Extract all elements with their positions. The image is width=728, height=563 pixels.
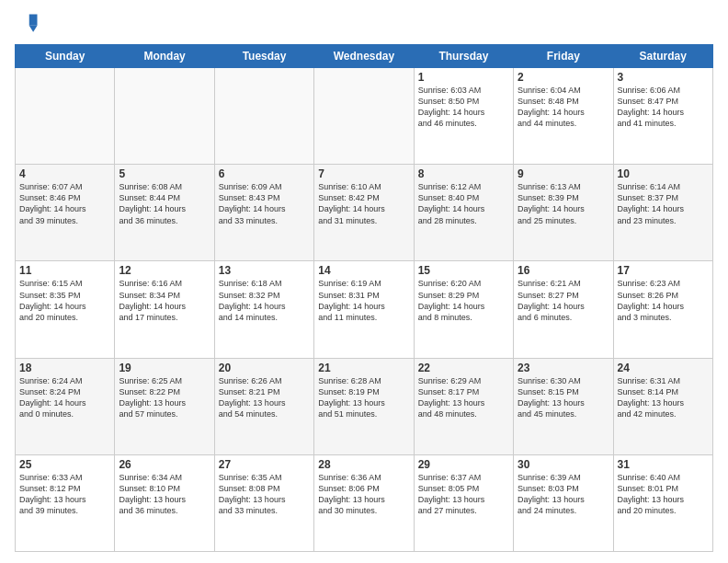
day-number: 6: [219, 167, 310, 180]
calendar-cell: 28Sunrise: 6:36 AM Sunset: 8:06 PM Dayli…: [314, 454, 414, 551]
day-number: 10: [618, 167, 709, 180]
day-info: Sunrise: 6:08 AM Sunset: 8:44 PM Dayligh…: [119, 181, 210, 226]
day-number: 29: [418, 458, 509, 471]
calendar-cell: 30Sunrise: 6:39 AM Sunset: 8:03 PM Dayli…: [514, 454, 613, 551]
day-number: 14: [318, 264, 409, 277]
day-number: 7: [318, 167, 409, 180]
day-number: 4: [19, 167, 110, 180]
day-number: 30: [518, 458, 609, 471]
calendar-cell: 11Sunrise: 6:15 AM Sunset: 8:35 PM Dayli…: [16, 261, 115, 358]
day-number: 24: [618, 362, 709, 374]
day-number: 13: [219, 264, 310, 277]
day-info: Sunrise: 6:35 AM Sunset: 8:08 PM Dayligh…: [219, 472, 310, 517]
calendar-cell: 19Sunrise: 6:25 AM Sunset: 8:22 PM Dayli…: [115, 358, 214, 454]
day-info: Sunrise: 6:36 AM Sunset: 8:06 PM Dayligh…: [318, 472, 409, 517]
day-info: Sunrise: 6:37 AM Sunset: 8:05 PM Dayligh…: [418, 472, 509, 517]
svg-marker-1: [29, 26, 38, 32]
day-number: 11: [19, 264, 110, 277]
calendar-cell: 15Sunrise: 6:20 AM Sunset: 8:29 PM Dayli…: [414, 261, 513, 358]
calendar-cell: 1Sunrise: 6:03 AM Sunset: 8:50 PM Daylig…: [414, 68, 513, 165]
calendar-cell: 3Sunrise: 6:06 AM Sunset: 8:47 PM Daylig…: [613, 68, 712, 165]
day-header-tuesday: Tuesday: [214, 45, 313, 68]
day-info: Sunrise: 6:16 AM Sunset: 8:34 PM Dayligh…: [119, 278, 210, 323]
day-info: Sunrise: 6:25 AM Sunset: 8:22 PM Dayligh…: [119, 375, 210, 420]
day-number: 9: [518, 167, 609, 180]
day-number: 21: [318, 362, 409, 374]
calendar-cell: 23Sunrise: 6:30 AM Sunset: 8:15 PM Dayli…: [514, 358, 613, 454]
calendar-header-row: SundayMondayTuesdayWednesdayThursdayFrid…: [16, 45, 713, 68]
day-number: 3: [618, 71, 709, 84]
day-number: 22: [418, 362, 509, 374]
calendar-cell: 8Sunrise: 6:12 AM Sunset: 8:40 PM Daylig…: [414, 165, 513, 261]
calendar-cell: 14Sunrise: 6:19 AM Sunset: 8:31 PM Dayli…: [314, 261, 414, 358]
day-number: 5: [119, 167, 210, 180]
day-header-saturday: Saturday: [613, 45, 712, 68]
day-number: 26: [119, 458, 210, 471]
day-number: 12: [119, 264, 210, 277]
calendar-cell: 16Sunrise: 6:21 AM Sunset: 8:27 PM Dayli…: [514, 261, 613, 358]
logo: [15, 11, 44, 37]
calendar-cell: [115, 68, 214, 165]
calendar-cell: 12Sunrise: 6:16 AM Sunset: 8:34 PM Dayli…: [115, 261, 214, 358]
day-info: Sunrise: 6:23 AM Sunset: 8:26 PM Dayligh…: [618, 278, 709, 323]
day-number: 25: [19, 458, 110, 471]
svg-marker-0: [29, 15, 38, 26]
calendar-cell: 26Sunrise: 6:34 AM Sunset: 8:10 PM Dayli…: [115, 454, 214, 551]
day-header-monday: Monday: [115, 45, 214, 68]
calendar-cell: 29Sunrise: 6:37 AM Sunset: 8:05 PM Dayli…: [414, 454, 513, 551]
calendar-cell: 13Sunrise: 6:18 AM Sunset: 8:32 PM Dayli…: [214, 261, 313, 358]
calendar-cell: 25Sunrise: 6:33 AM Sunset: 8:12 PM Dayli…: [16, 454, 115, 551]
day-info: Sunrise: 6:20 AM Sunset: 8:29 PM Dayligh…: [418, 278, 509, 323]
day-number: 23: [518, 362, 609, 374]
calendar-cell: 17Sunrise: 6:23 AM Sunset: 8:26 PM Dayli…: [613, 261, 712, 358]
calendar-cell: [314, 68, 414, 165]
day-info: Sunrise: 6:09 AM Sunset: 8:43 PM Dayligh…: [219, 181, 310, 226]
day-number: 18: [19, 362, 110, 374]
calendar-cell: 21Sunrise: 6:28 AM Sunset: 8:19 PM Dayli…: [314, 358, 414, 454]
day-info: Sunrise: 6:12 AM Sunset: 8:40 PM Dayligh…: [418, 181, 509, 226]
calendar-cell: 2Sunrise: 6:04 AM Sunset: 8:48 PM Daylig…: [514, 68, 613, 165]
day-info: Sunrise: 6:15 AM Sunset: 8:35 PM Dayligh…: [19, 278, 110, 323]
day-info: Sunrise: 6:33 AM Sunset: 8:12 PM Dayligh…: [19, 472, 110, 517]
day-info: Sunrise: 6:26 AM Sunset: 8:21 PM Dayligh…: [219, 375, 310, 420]
calendar-table: SundayMondayTuesdayWednesdayThursdayFrid…: [15, 44, 713, 552]
day-info: Sunrise: 6:30 AM Sunset: 8:15 PM Dayligh…: [518, 375, 609, 420]
day-number: 2: [518, 71, 609, 84]
header: [15, 11, 713, 37]
day-info: Sunrise: 6:18 AM Sunset: 8:32 PM Dayligh…: [219, 278, 310, 323]
day-number: 8: [418, 167, 509, 180]
calendar-week-3: 11Sunrise: 6:15 AM Sunset: 8:35 PM Dayli…: [16, 261, 713, 358]
day-header-sunday: Sunday: [16, 45, 115, 68]
calendar-cell: 31Sunrise: 6:40 AM Sunset: 8:01 PM Dayli…: [613, 454, 712, 551]
calendar-cell: [214, 68, 313, 165]
day-header-thursday: Thursday: [414, 45, 513, 68]
day-info: Sunrise: 6:24 AM Sunset: 8:24 PM Dayligh…: [19, 375, 110, 420]
day-info: Sunrise: 6:39 AM Sunset: 8:03 PM Dayligh…: [518, 472, 609, 517]
generalblue-icon: [15, 11, 40, 37]
page: SundayMondayTuesdayWednesdayThursdayFrid…: [0, 0, 728, 563]
calendar-cell: [16, 68, 115, 165]
day-info: Sunrise: 6:29 AM Sunset: 8:17 PM Dayligh…: [418, 375, 509, 420]
day-number: 31: [618, 458, 709, 471]
day-info: Sunrise: 6:06 AM Sunset: 8:47 PM Dayligh…: [618, 85, 709, 130]
day-header-friday: Friday: [514, 45, 613, 68]
calendar-cell: 6Sunrise: 6:09 AM Sunset: 8:43 PM Daylig…: [214, 165, 313, 261]
day-number: 28: [318, 458, 409, 471]
calendar-week-1: 1Sunrise: 6:03 AM Sunset: 8:50 PM Daylig…: [16, 68, 713, 165]
day-number: 1: [418, 71, 509, 84]
day-info: Sunrise: 6:03 AM Sunset: 8:50 PM Dayligh…: [418, 85, 509, 130]
day-number: 19: [119, 362, 210, 374]
day-info: Sunrise: 6:04 AM Sunset: 8:48 PM Dayligh…: [518, 85, 609, 130]
day-number: 16: [518, 264, 609, 277]
day-info: Sunrise: 6:34 AM Sunset: 8:10 PM Dayligh…: [119, 472, 210, 517]
calendar-cell: 22Sunrise: 6:29 AM Sunset: 8:17 PM Dayli…: [414, 358, 513, 454]
day-info: Sunrise: 6:07 AM Sunset: 8:46 PM Dayligh…: [19, 181, 110, 226]
day-number: 27: [219, 458, 310, 471]
calendar-cell: 5Sunrise: 6:08 AM Sunset: 8:44 PM Daylig…: [115, 165, 214, 261]
calendar-cell: 27Sunrise: 6:35 AM Sunset: 8:08 PM Dayli…: [214, 454, 313, 551]
calendar-cell: 18Sunrise: 6:24 AM Sunset: 8:24 PM Dayli…: [16, 358, 115, 454]
day-info: Sunrise: 6:14 AM Sunset: 8:37 PM Dayligh…: [618, 181, 709, 226]
calendar-cell: 9Sunrise: 6:13 AM Sunset: 8:39 PM Daylig…: [514, 165, 613, 261]
calendar-week-4: 18Sunrise: 6:24 AM Sunset: 8:24 PM Dayli…: [16, 358, 713, 454]
day-header-wednesday: Wednesday: [314, 45, 414, 68]
